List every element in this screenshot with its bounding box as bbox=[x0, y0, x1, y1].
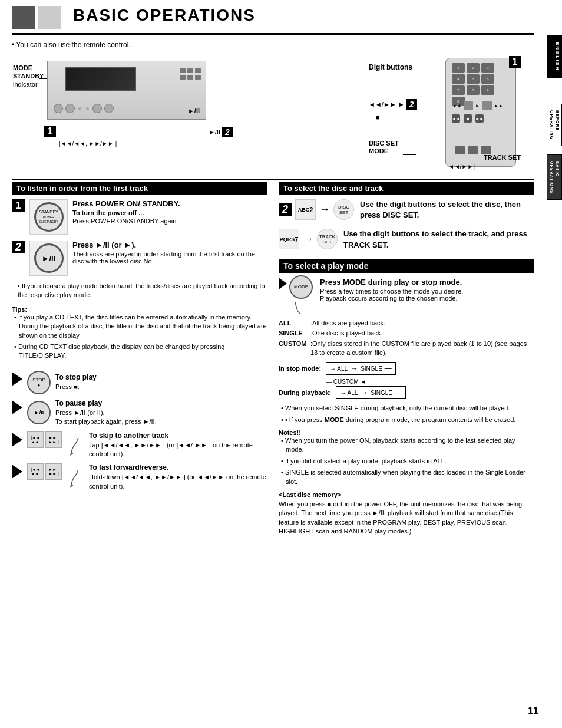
page-number: 11 bbox=[528, 706, 538, 716]
skip-content: |◄◄◄◄ ►►►► | To skip to another track Ta… bbox=[27, 431, 267, 459]
two-column-layout: To listen in order from the first track … bbox=[12, 182, 534, 536]
mode-press-title: Press MODE during play or stop mode. bbox=[320, 278, 534, 286]
note1: When you turn the power ON, playback sta… bbox=[279, 436, 534, 454]
prevnext-bottom-label: ◄◄/►►| bbox=[448, 163, 475, 170]
sidebar-tab-basic-operations[interactable]: BASICOPERATIONS bbox=[547, 154, 562, 200]
stop-label-remote: ■ bbox=[376, 114, 380, 121]
num2-badge: 2 bbox=[222, 127, 233, 137]
disc-step-desc: Use the digit buttons to select the disc… bbox=[360, 199, 534, 220]
stop-triangle bbox=[12, 372, 22, 386]
mode-all-row: ALL :All discs are played back. bbox=[279, 319, 534, 328]
header: BASIC OPERATIONS bbox=[12, 0, 534, 35]
cd-player-body: ►/II bbox=[47, 61, 206, 120]
disc-step-row: 2 ABC2 → DISCSET Use the digit buttons t… bbox=[279, 199, 534, 220]
step2-number: 2 bbox=[12, 241, 25, 253]
mode-bullets: When you select SINGLE during playback, … bbox=[279, 404, 534, 424]
stop-button-img: STOP● bbox=[27, 371, 51, 394]
remote-digit-area: 1 2 3 4 5 6 7 8 9 0 bbox=[452, 63, 494, 106]
ff-title: To fast forward/reverse. bbox=[89, 463, 267, 472]
mode-label: MODE bbox=[13, 64, 32, 71]
disc-step-img-area: 2 ABC2 → DISCSET bbox=[279, 199, 354, 220]
step1-title: Press POWER ON/ STANDBY. bbox=[72, 199, 267, 208]
disc-track-header: To select the disc and track bbox=[279, 182, 534, 195]
step2-image: ►/II bbox=[29, 241, 68, 276]
mode-desc-table: ALL :All discs are played back. SINGLE :… bbox=[279, 319, 534, 358]
skip-desc: Tap |◄◄/◄◄, ►►/►► | (or |◄◄/ ►► | on the… bbox=[89, 441, 267, 459]
mode-hand bbox=[289, 302, 304, 316]
step1-badge: 1 bbox=[12, 199, 25, 212]
logo-dark bbox=[12, 6, 35, 29]
playback-label: During playback: bbox=[279, 389, 331, 396]
disc-step-text: Use the digit buttons to select the disc… bbox=[360, 199, 534, 220]
play-mode-header: To select a play mode bbox=[279, 259, 534, 273]
mode-flow-area: In stop mode: → ALL → SINGLE — — CUSTOM … bbox=[279, 362, 534, 399]
sidebar-tab-english[interactable]: ENGLISH bbox=[547, 35, 562, 78]
remote-nav-row2: ◄◄ ■ ►► bbox=[452, 114, 484, 123]
pause-triangle bbox=[12, 400, 22, 414]
mode-bullet2: • If you press MODE during program mode,… bbox=[279, 416, 534, 424]
step1-row: 1 STANDBYPOWER ON/STANDBY Press POWER ON… bbox=[12, 199, 267, 235]
last-disc-title: <Last disc memory> bbox=[279, 491, 534, 498]
step1-badge-diagram: 1 bbox=[44, 126, 56, 137]
disc-arrow-right: → bbox=[319, 203, 330, 216]
playback-diagram: → ALL → SINGLE — bbox=[336, 386, 406, 399]
play-pause-label-diagram: ►/II 2 bbox=[209, 127, 233, 137]
mode-btn-area: MODE bbox=[279, 278, 314, 313]
digit-btn-arrow bbox=[421, 68, 434, 68]
sidebar-tab-before-operating[interactable]: BEFOREOPERATING bbox=[547, 104, 562, 146]
disc-step-badge: 2 bbox=[279, 203, 292, 216]
remote-bottom-btns bbox=[455, 146, 491, 154]
tips-title: Tips: bbox=[12, 306, 267, 313]
stop-mode-flow: In stop mode: → ALL → SINGLE — bbox=[279, 362, 534, 375]
stop-img: STOP● bbox=[27, 371, 51, 394]
left-column: To listen in order from the first track … bbox=[12, 182, 267, 536]
step1-image: STANDBYPOWER ON/STANDBY bbox=[29, 199, 68, 235]
track-step-text: Use the digit buttons to select the trac… bbox=[343, 229, 534, 250]
stop-mode-diagram: → ALL → SINGLE — bbox=[326, 362, 396, 375]
intro-bullet: • You can also use the remote control. bbox=[12, 41, 534, 49]
fast-forward-box: |◄◄◄◄ ►►►► | To fast forward/reverse. Ho… bbox=[12, 463, 267, 491]
ff-imgs: |◄◄◄◄ ►►►► | bbox=[27, 463, 62, 480]
cd-player-diagram: ►/II MODE STANDBY indicator 1 ►/II 2 bbox=[12, 55, 357, 173]
remote-nav-row: ◄◄ ► ►► bbox=[452, 101, 504, 110]
skip-btn2: ►►►► | bbox=[45, 431, 62, 448]
sidebar: ENGLISH BEFOREOPERATING BASICOPERATIONS bbox=[546, 0, 562, 728]
mode-custom-row: CUSTOM :Only discs stored in the CUSTOM … bbox=[279, 340, 534, 358]
mode-arrow-line bbox=[39, 68, 47, 68]
prevnext-label: ◄◄/►► ► 2 bbox=[369, 99, 417, 110]
step2-badge: 2 bbox=[12, 241, 25, 253]
note2: If you did not select a play mode, playb… bbox=[279, 457, 534, 466]
track-arrow-right: → bbox=[303, 233, 313, 245]
custom-flow-line: — CUSTOM ◄ bbox=[326, 378, 534, 385]
stop-mode-label: In stop mode: bbox=[279, 365, 321, 372]
track-step-img-area: PQRS7 → TRACKSET bbox=[279, 229, 338, 249]
pause-img: ►/II bbox=[27, 401, 51, 424]
ff-btn2: ►►►► | bbox=[45, 463, 62, 480]
player-buttons bbox=[180, 68, 201, 80]
logo-box bbox=[12, 0, 61, 33]
step1-sub: To turn the power off ... bbox=[72, 209, 267, 216]
mode-press-desc: Press a few times to choose the mode you… bbox=[320, 288, 534, 302]
pause-desc: To start playback again, press ►/II. bbox=[55, 417, 267, 426]
pause-text: To pause play Press ►/II (or II). To sta… bbox=[55, 399, 267, 427]
tip2: During CD TEXT disc playback, the displa… bbox=[12, 342, 267, 361]
mode-note: • If you choose a play mode beforehand, … bbox=[12, 282, 267, 300]
last-disc-desc: When you press ■ or turn the power OFF, … bbox=[279, 500, 534, 536]
main-divider bbox=[12, 179, 534, 180]
step1-desc: Press POWER ON/STANDBY again. bbox=[72, 218, 267, 225]
top-diagram-area: ►/II MODE STANDBY indicator 1 ►/II 2 bbox=[12, 55, 534, 173]
digit-btn-track: PQRS7 bbox=[279, 229, 299, 249]
track-step-desc: Use the digit buttons to select the trac… bbox=[343, 229, 534, 250]
skip-track-box: |◄◄◄◄ ►►►► | To skip to another track Ta… bbox=[12, 431, 267, 459]
page-title: BASIC OPERATIONS bbox=[73, 0, 256, 28]
step1-number: 1 bbox=[12, 199, 25, 212]
skip-imgs: |◄◄◄◄ ►►►► | bbox=[27, 431, 62, 448]
disc-set-btn-img: DISCSET bbox=[333, 199, 354, 220]
num1-badge-remote: 1 bbox=[509, 56, 521, 68]
digit-btn-disc: ABC2 bbox=[295, 199, 316, 220]
right-column: To select the disc and track 2 ABC2 → DI… bbox=[279, 182, 534, 536]
ff-desc: Hold-down |◄◄/◄◄, ►►/►► | (or ◄◄/►► on t… bbox=[89, 473, 267, 491]
skip-triangle bbox=[12, 433, 22, 447]
pause-press: Press ►/II (or II). bbox=[55, 409, 267, 417]
ff-content: |◄◄◄◄ ►►►► | To fast forward/reverse. Ho… bbox=[27, 463, 267, 491]
